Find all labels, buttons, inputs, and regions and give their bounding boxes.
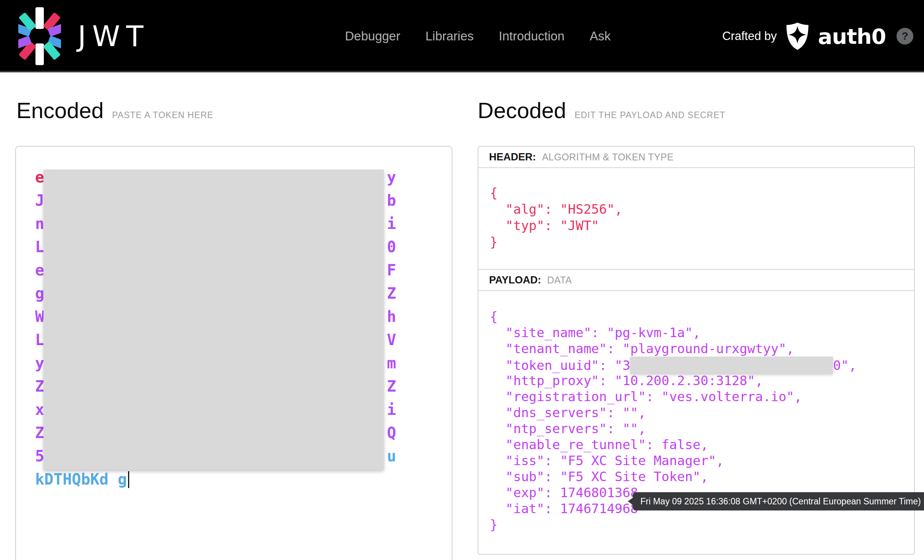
nav-link-debugger[interactable]: Debugger bbox=[345, 29, 400, 43]
help-icon[interactable]: ? bbox=[897, 28, 913, 45]
jwt-starburst-icon bbox=[18, 7, 61, 65]
page: JWT DebuggerLibrariesIntroductionAsk Cra… bbox=[0, 0, 924, 560]
encoded-title: Encoded bbox=[16, 98, 104, 123]
payload-json-line: "sub": "F5 XC Site Token", bbox=[490, 469, 914, 485]
encoded-token-editor[interactable]: eyJbniL0eFgZWhLVymZZxiZQ5ukDTHQbKd g bbox=[15, 146, 452, 560]
top-navigation-bar: JWT DebuggerLibrariesIntroductionAsk Cra… bbox=[0, 0, 924, 72]
payload-json-line: } bbox=[490, 517, 914, 533]
encoded-title-row: Encoded PASTE A TOKEN HERE bbox=[16, 98, 213, 123]
nav-link-ask[interactable]: Ask bbox=[590, 29, 611, 43]
text-cursor bbox=[128, 471, 129, 488]
encoded-subtitle: PASTE A TOKEN HERE bbox=[112, 110, 213, 120]
payload-json-line: "http_proxy": "10.200.2.30:3128", bbox=[490, 373, 914, 389]
header-section-label: HEADER: bbox=[489, 151, 536, 163]
payload-section-label: PAYLOAD: bbox=[489, 274, 541, 286]
nav-link-introduction[interactable]: Introduction bbox=[499, 29, 565, 43]
payload-json-line: "token_uuid": "30", bbox=[490, 357, 914, 373]
header-section-label-row: HEADER: ALGORITHM & TOKEN TYPE bbox=[478, 147, 914, 168]
token-uuid-redaction bbox=[630, 357, 833, 373]
payload-json-line: "iss": "F5 XC Site Manager", bbox=[490, 453, 914, 469]
header-section-sublabel: ALGORITHM & TOKEN TYPE bbox=[542, 152, 674, 163]
decoded-title-row: Decoded EDIT THE PAYLOAD AND SECRET bbox=[478, 98, 725, 123]
payload-section-label-row: PAYLOAD: DATA bbox=[478, 270, 914, 291]
header-json-editor[interactable]: { "alg": "HS256", "typ": "JWT" } bbox=[478, 168, 914, 270]
crafted-by-text: Crafted by bbox=[722, 29, 777, 43]
token-line: kDTHQbKd g bbox=[35, 468, 396, 491]
payload-json-line: "site_name": "pg-kvm-1a", bbox=[490, 325, 914, 341]
decoded-subtitle: EDIT THE PAYLOAD AND SECRET bbox=[574, 110, 725, 120]
decoded-title: Decoded bbox=[478, 98, 566, 123]
exp-date-tooltip: Fri May 09 2025 16:36:08 GMT+0200 (Centr… bbox=[633, 492, 924, 510]
nav-link-libraries[interactable]: Libraries bbox=[425, 29, 474, 43]
payload-json-line: "dns_servers": "", bbox=[490, 405, 914, 421]
main-nav: DebuggerLibrariesIntroductionAsk bbox=[345, 0, 611, 72]
auth0-wordmark[interactable]: auth0 bbox=[818, 24, 886, 49]
payload-section-sublabel: DATA bbox=[547, 275, 572, 286]
crafted-by-block: Crafted by auth0 ? bbox=[722, 0, 913, 72]
exp-date-tooltip-text: Fri May 09 2025 16:36:08 GMT+0200 (Centr… bbox=[640, 496, 921, 507]
payload-json-line: "registration_url": "ves.volterra.io", bbox=[490, 389, 914, 405]
token-redaction-overlay bbox=[43, 170, 384, 470]
payload-json-line: "tenant_name": "playground-urxgwtyy", bbox=[490, 341, 914, 357]
payload-json-line: "ntp_servers": "", bbox=[490, 421, 914, 437]
payload-json-line: { bbox=[490, 309, 914, 325]
auth0-shield-icon[interactable] bbox=[785, 22, 810, 50]
jwt-logo-text: JWT bbox=[78, 20, 149, 53]
jwt-logo[interactable]: JWT bbox=[18, 0, 149, 72]
payload-json-line: "enable_re_tunnel": false, bbox=[490, 437, 914, 453]
